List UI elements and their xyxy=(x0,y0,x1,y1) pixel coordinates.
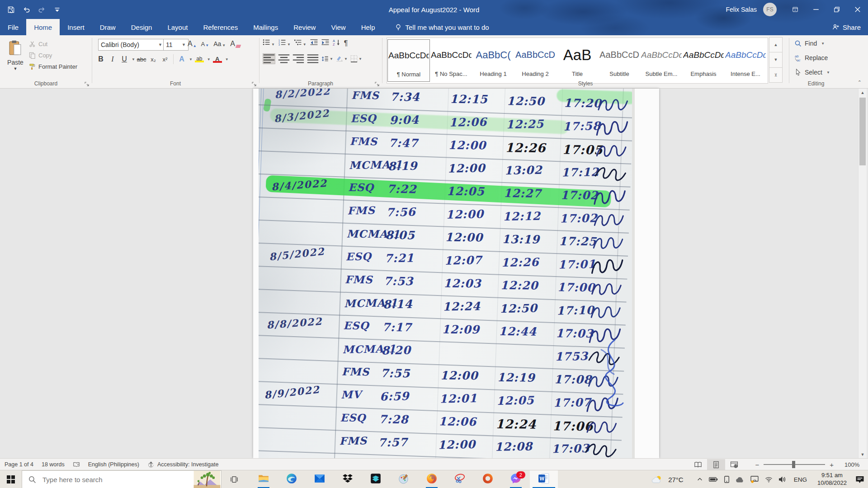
onedrive-icon[interactable] xyxy=(736,477,745,483)
styles-scroll-up-icon[interactable]: ▲ xyxy=(769,37,783,52)
borders-button[interactable]: ▼ xyxy=(350,54,362,64)
save-icon[interactable] xyxy=(6,5,15,14)
task-view-button[interactable] xyxy=(225,470,244,488)
zoom-percentage[interactable]: 100% xyxy=(844,461,864,468)
clipboard-dialog-launcher-icon[interactable] xyxy=(84,80,90,86)
taskbar-app-messenger[interactable]: 2 xyxy=(502,470,530,488)
line-spacing-button[interactable]: ▼ xyxy=(321,54,333,64)
subscript-button[interactable]: x₂ xyxy=(148,56,159,63)
restore-button[interactable] xyxy=(826,0,847,19)
tab-mailings[interactable]: Mailings xyxy=(245,19,286,35)
proofing-icon[interactable] xyxy=(73,461,80,468)
customize-qat-icon[interactable] xyxy=(52,5,61,14)
bullets-button[interactable]: ▼ xyxy=(263,39,275,47)
taskbar-app-mail[interactable] xyxy=(306,470,334,488)
tab-draw[interactable]: Draw xyxy=(92,19,123,35)
strikethrough-button[interactable]: abc xyxy=(136,56,147,63)
style-intense-e-[interactable]: AaBbCcDdIntense E... xyxy=(725,39,766,81)
taskbar-app-predator[interactable] xyxy=(362,470,390,488)
minimize-button[interactable] xyxy=(806,0,826,19)
tab-file[interactable]: File xyxy=(0,19,26,35)
close-button[interactable] xyxy=(847,0,868,19)
taskbar-app-file-explorer[interactable] xyxy=(250,470,278,488)
tab-home[interactable]: Home xyxy=(26,19,60,35)
start-button[interactable] xyxy=(0,470,22,488)
multilevel-list-button[interactable]: ▼ xyxy=(294,39,307,47)
tab-layout[interactable]: Layout xyxy=(160,19,195,35)
style-subtitle[interactable]: AaBbCcDSubtitle xyxy=(599,39,640,81)
search-input[interactable] xyxy=(42,475,193,484)
text-highlight-button[interactable]: ab xyxy=(193,56,205,62)
styles-scroll-down-icon[interactable]: ▼ xyxy=(769,52,783,67)
tab-design[interactable]: Design xyxy=(123,19,160,35)
italic-button[interactable]: I xyxy=(107,55,118,63)
phone-link-icon[interactable] xyxy=(724,476,730,483)
replace-button[interactable]: abac Replace xyxy=(794,54,828,61)
scrollbar-thumb[interactable] xyxy=(859,98,866,165)
style-heading-1[interactable]: AaBbC(Heading 1 xyxy=(472,39,514,81)
underline-button[interactable]: U xyxy=(119,55,130,63)
weather-icon[interactable] xyxy=(651,475,662,484)
sort-button[interactable]: AZ xyxy=(333,39,340,47)
redo-icon[interactable] xyxy=(37,5,46,14)
paste-dropdown-caret[interactable]: ▼ xyxy=(14,66,18,71)
zoom-out-button[interactable]: − xyxy=(750,461,764,469)
action-center-icon[interactable] xyxy=(855,476,864,483)
share-button[interactable]: Share xyxy=(832,19,861,35)
wireless-display-icon[interactable] xyxy=(750,476,759,483)
find-button[interactable]: Find▼ xyxy=(794,40,825,47)
tell-me-box[interactable]: Tell me what you want to do xyxy=(395,19,489,35)
shading-button[interactable]: ▼ xyxy=(336,54,348,64)
shrink-font-button[interactable]: A▼ xyxy=(201,41,209,47)
tab-insert[interactable]: Insert xyxy=(60,19,92,35)
hidden-icons-chevron[interactable] xyxy=(697,476,703,483)
align-left-button[interactable] xyxy=(263,53,275,64)
taskbar-app-paint[interactable] xyxy=(390,470,418,488)
cut-button[interactable]: Cut xyxy=(29,41,47,47)
taskbar-app-dropbox[interactable] xyxy=(334,470,362,488)
paragraph-dialog-launcher-icon[interactable] xyxy=(374,80,380,86)
align-center-button[interactable] xyxy=(278,54,290,64)
style--no-spac-[interactable]: AaBbCcDd¶ No Spac... xyxy=(430,39,472,81)
justify-button[interactable] xyxy=(307,54,319,64)
font-name-combo[interactable]: Calibri (Body)▼ xyxy=(98,39,165,51)
text-effects-button[interactable]: A xyxy=(176,55,187,63)
page-indicator[interactable]: Page 1 of 4 xyxy=(5,461,33,468)
tab-help[interactable]: Help xyxy=(354,19,383,35)
scroll-up-icon[interactable]: ▲ xyxy=(859,89,867,96)
zoom-in-button[interactable]: + xyxy=(825,461,838,469)
taskbar-search-box[interactable] xyxy=(22,470,222,488)
style-title[interactable]: AaBTitle xyxy=(557,39,598,81)
account-name[interactable]: Felix Salas xyxy=(726,6,757,13)
format-painter-button[interactable]: Format Painter xyxy=(29,63,77,70)
increase-indent-button[interactable] xyxy=(321,39,329,47)
language-indicator[interactable]: English (Philippines) xyxy=(88,461,139,468)
taskbar-app-office[interactable] xyxy=(474,470,502,488)
undo-icon[interactable] xyxy=(22,5,31,14)
select-button[interactable]: Select▼ xyxy=(794,69,830,76)
align-right-button[interactable] xyxy=(292,54,304,64)
print-layout-button[interactable] xyxy=(707,459,725,470)
style--normal[interactable]: AaBbCcDd¶ Normal xyxy=(387,39,430,82)
tab-references[interactable]: References xyxy=(195,19,245,35)
taskbar-app-word[interactable] xyxy=(530,470,558,488)
web-layout-button[interactable] xyxy=(725,459,743,470)
vertical-scrollbar[interactable]: ▲ ▼ xyxy=(858,89,867,458)
taskbar-app-edge[interactable] xyxy=(278,470,306,488)
document-page[interactable]: 8/2/2022FMS7:3412:1512:5017:208/3/2022ES… xyxy=(253,89,659,458)
avatar[interactable]: FS xyxy=(763,3,777,16)
style-subtle-em-[interactable]: AaBbCcDdSubtle Em... xyxy=(641,39,682,81)
battery-icon[interactable] xyxy=(709,477,718,482)
numbering-button[interactable]: 123▼ xyxy=(278,39,291,47)
font-size-combo[interactable]: 11▼ xyxy=(163,39,189,51)
superscript-button[interactable]: x² xyxy=(160,56,170,63)
word-count[interactable]: 18 words xyxy=(42,461,65,468)
volume-icon[interactable] xyxy=(778,476,786,483)
font-color-button[interactable]: A xyxy=(212,56,223,63)
underline-caret[interactable]: ▼ xyxy=(132,57,135,61)
wifi-icon[interactable] xyxy=(765,477,773,483)
style-heading-2[interactable]: AaBbCcDHeading 2 xyxy=(514,39,556,81)
weather-temp[interactable]: 27°C xyxy=(668,476,684,483)
read-mode-button[interactable] xyxy=(689,459,707,470)
ribbon-display-options-icon[interactable] xyxy=(785,0,806,19)
